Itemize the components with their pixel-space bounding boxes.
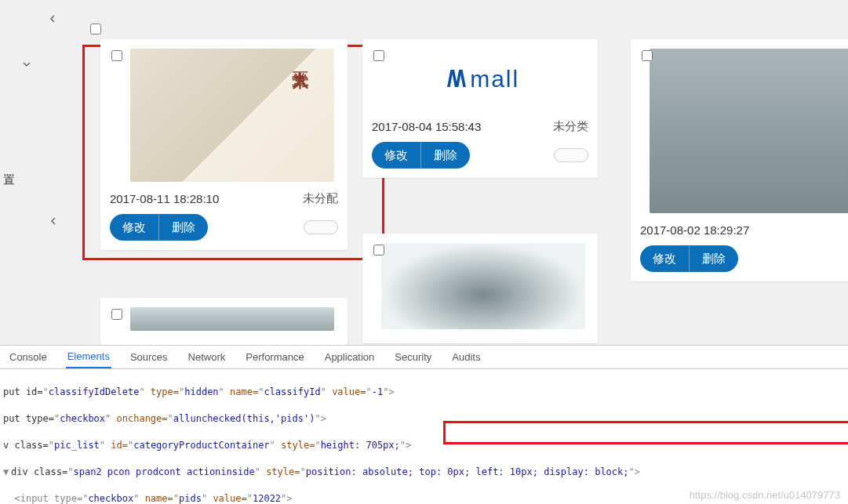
toggle-switch[interactable] xyxy=(554,148,588,162)
logo-icon: /\/\mall xyxy=(447,66,519,92)
product-card xyxy=(100,298,348,345)
card-image xyxy=(130,307,334,331)
edit-button[interactable]: 修改 xyxy=(110,214,159,241)
tab-elements[interactable]: Elements xyxy=(66,346,111,368)
card-date: 2017-08-11 18:28:10 xyxy=(110,192,219,205)
edit-button[interactable]: 修改 xyxy=(372,142,421,169)
product-card xyxy=(362,234,598,343)
card-category: 未分配 xyxy=(303,191,338,206)
card-checkbox[interactable] xyxy=(111,50,122,61)
chevron-left-icon[interactable] xyxy=(43,9,62,28)
elements-tree[interactable]: put id="classifyIdDelete" type="hidden" … xyxy=(0,369,848,504)
product-card: 2017-08-02 18:29:27 未分 修改 删除 xyxy=(631,39,848,281)
tab-audits[interactable]: Audits xyxy=(450,346,482,368)
card-checkbox[interactable] xyxy=(373,245,384,256)
product-card: 2017-08-11 18:28:10 未分配 修改 删除 xyxy=(100,39,348,250)
delete-button[interactable]: 删除 xyxy=(159,214,208,241)
card-date: 2017-08-02 18:29:27 xyxy=(640,223,749,237)
card-image: /\/\mall xyxy=(381,49,585,110)
chevron-left-icon[interactable] xyxy=(44,212,63,230)
edit-button[interactable]: 修改 xyxy=(640,245,690,272)
card-checkbox[interactable] xyxy=(642,50,653,61)
devtools-panel: Console Elements Sources Network Perform… xyxy=(0,345,848,504)
card-checkbox[interactable] xyxy=(373,50,384,61)
card-category: 未分类 xyxy=(553,119,588,134)
watermark: https://blog.csdn.net/u014079773 xyxy=(690,489,840,501)
tab-sources[interactable]: Sources xyxy=(129,346,169,368)
tab-performance[interactable]: Performance xyxy=(244,346,305,368)
select-all-checkbox[interactable] xyxy=(90,24,101,34)
content-area: 置 2017-08-11 18:28:10 未分配 修改 删除 /\/\mall… xyxy=(0,0,848,345)
card-image xyxy=(650,49,848,213)
tab-application[interactable]: Application xyxy=(323,346,377,368)
delete-button[interactable]: 删除 xyxy=(690,245,738,272)
tab-security[interactable]: Security xyxy=(393,346,433,368)
side-label: 置 xyxy=(3,172,15,187)
tab-network[interactable]: Network xyxy=(187,346,227,368)
tab-console[interactable]: Console xyxy=(8,346,49,368)
card-image xyxy=(381,243,585,329)
card-image xyxy=(130,49,334,182)
product-card: /\/\mall 2017-08-04 15:58:43 未分类 修改 删除 xyxy=(362,39,598,178)
card-date: 2017-08-04 15:58:43 xyxy=(372,120,481,133)
delete-button[interactable]: 删除 xyxy=(421,142,470,169)
chevron-down-icon[interactable] xyxy=(17,55,36,74)
devtools-tabs: Console Elements Sources Network Perform… xyxy=(0,346,848,369)
toggle-switch[interactable] xyxy=(304,220,338,234)
card-checkbox[interactable] xyxy=(111,309,122,320)
